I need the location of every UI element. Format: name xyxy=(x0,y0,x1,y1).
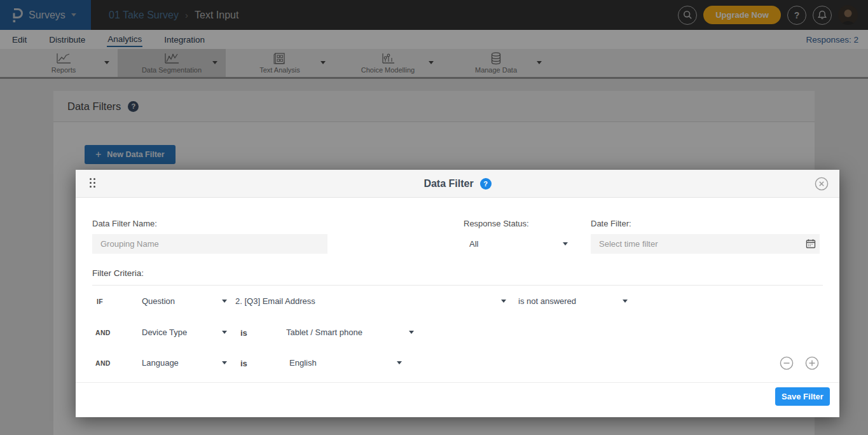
criteria-value: English xyxy=(289,358,317,368)
criteria-field-value: Language xyxy=(142,358,179,368)
data-filter-name-label: Data Filter Name: xyxy=(92,219,157,228)
criteria-is-label: is xyxy=(240,328,247,338)
divider xyxy=(92,285,823,286)
help-icon[interactable]: ? xyxy=(480,178,492,190)
criteria-field-dropdown[interactable]: Device Type xyxy=(142,328,227,337)
modal-title: Data Filter xyxy=(424,178,473,190)
criteria-value: Tablet / Smart phone xyxy=(286,328,362,337)
data-filter-name-input[interactable] xyxy=(92,234,327,254)
criteria-question-value: 2. [Q3] Email Address xyxy=(235,296,315,306)
chevron-down-icon xyxy=(409,331,414,334)
chevron-down-icon xyxy=(563,242,568,245)
criteria-conjunction: IF xyxy=(97,298,103,305)
chevron-down-icon xyxy=(222,361,227,364)
criteria-is-label: is xyxy=(240,359,247,368)
modal-title-wrap: Data Filter ? xyxy=(76,170,839,198)
chevron-down-icon xyxy=(222,331,227,334)
criteria-field-dropdown[interactable]: Question xyxy=(142,296,227,306)
close-icon[interactable] xyxy=(815,177,829,191)
criteria-value-dropdown[interactable]: Tablet / Smart phone xyxy=(286,328,414,337)
modal-header: Data Filter ? xyxy=(76,170,839,198)
save-filter-button[interactable]: Save Filter xyxy=(775,387,830,406)
criteria-field-dropdown[interactable]: Language xyxy=(142,358,227,368)
remove-criteria-button[interactable] xyxy=(780,356,794,370)
divider xyxy=(76,382,839,383)
chevron-down-icon xyxy=(623,300,628,303)
chevron-down-icon xyxy=(222,300,227,303)
criteria-operator-dropdown[interactable]: is not answered xyxy=(518,296,628,306)
filter-criteria-label: Filter Criteria: xyxy=(92,268,144,278)
criteria-conjunction: AND xyxy=(95,329,111,336)
criteria-question-dropdown[interactable]: 2. [Q3] Email Address xyxy=(235,296,506,306)
chevron-down-icon xyxy=(397,361,402,364)
criteria-conjunction: AND xyxy=(95,359,111,367)
criteria-field-value: Question xyxy=(142,296,175,306)
date-filter-input[interactable] xyxy=(591,234,820,254)
criteria-value-dropdown[interactable]: English xyxy=(289,358,402,368)
date-filter-label: Date Filter: xyxy=(591,219,631,228)
response-status-label: Response Status: xyxy=(464,219,529,228)
chevron-down-icon xyxy=(501,300,506,303)
data-filter-modal: Data Filter ? Data Filter Name: Response… xyxy=(76,170,839,417)
response-status-dropdown[interactable]: All xyxy=(464,234,570,254)
response-status-value: All xyxy=(469,239,478,249)
criteria-operator-value: is not answered xyxy=(518,296,576,306)
criteria-field-value: Device Type xyxy=(142,328,187,337)
add-criteria-button[interactable] xyxy=(805,356,819,370)
